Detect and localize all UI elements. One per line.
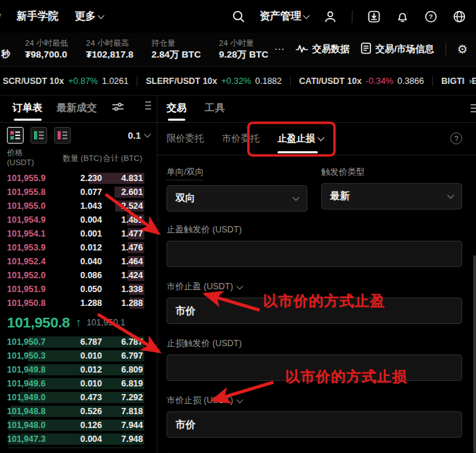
tpsl-form: 单向/双向 双向 触发价类型 最新 止盈触发价 (USDT) <box>158 155 476 453</box>
bid-row[interactable]: 101,947.30.0047.948 <box>0 432 157 446</box>
price-cell: 101,948.8 <box>7 407 46 416</box>
ask-row[interactable]: 101,952.00.0861.424 <box>0 268 157 282</box>
bid-row[interactable]: 101,948.00.1267.944 <box>0 418 157 432</box>
ask-row[interactable]: 101,954.90.0041.481 <box>0 213 157 227</box>
ask-row[interactable]: 101,950.81.2881.288 <box>0 296 157 310</box>
trading-data-link[interactable]: 交易数据 <box>296 43 350 55</box>
trade-menu-icon[interactable] <box>470 104 476 112</box>
ask-row[interactable]: 101,953.90.0121.476 <box>0 241 157 255</box>
direction-select[interactable]: 双向 <box>167 185 307 212</box>
layout-bids-only-icon[interactable] <box>31 127 47 144</box>
search-icon[interactable] <box>232 10 245 23</box>
sl-trigger-price-label: 止损触发价 (USDT) <box>167 338 241 350</box>
tab-market-order[interactable]: 市价委托 <box>222 133 260 145</box>
nav-item-more[interactable]: 更多 <box>75 10 103 23</box>
market-info-link[interactable]: 交易/市场信息 <box>361 42 434 56</box>
amount-cell: 2.230 <box>80 173 102 183</box>
stats-links: 交易数据 交易/市场信息 ⚙ <box>296 42 468 57</box>
orderbook-menu-icon[interactable] <box>145 101 151 110</box>
tab-trade[interactable]: 交易 <box>167 101 187 114</box>
total-cell: 4.831 <box>121 173 143 183</box>
amount-cell: 0.086 <box>80 271 102 280</box>
countdown-cut-label: 秒 <box>1 48 10 60</box>
orderbook-settings-sliders-icon[interactable] <box>112 101 124 115</box>
price-cell: 101,949.6 <box>7 379 46 388</box>
bid-row[interactable]: 101,950.30.0106.797 <box>0 349 157 363</box>
precision-dropdown[interactable]: 0.1 <box>128 130 150 141</box>
ask-row[interactable]: 101,955.01.0432.524 <box>0 199 157 213</box>
col-amount: 数量 (BTC) <box>62 153 102 164</box>
ticker-item[interactable]: SLERF/USDT 10x+0.32%0.1882 <box>146 76 282 86</box>
user-icon[interactable] <box>323 10 337 24</box>
total-cell: 6.797 <box>121 351 143 361</box>
total-cell: 1.424 <box>121 271 143 280</box>
sl-price-input[interactable] <box>167 411 462 438</box>
tab-tools[interactable]: 工具 <box>205 101 225 114</box>
chevron-down-icon <box>144 131 151 138</box>
ticker-item[interactable]: SCR/USDT 10x+0.87%1.0261 <box>3 76 128 86</box>
total-cell: 6.809 <box>121 365 143 375</box>
tp-price-input[interactable] <box>167 298 462 324</box>
price-cell: 101,950.7 <box>7 337 46 347</box>
tp-trigger-price-label: 止盈触发价 (USDT) <box>167 224 241 236</box>
amount-cell: 0.077 <box>80 187 102 197</box>
language-globe-icon[interactable] <box>452 10 466 24</box>
help-icon[interactable]: ? <box>424 10 438 24</box>
amount-cell: 1.043 <box>80 201 102 211</box>
more-stats-button[interactable]: ⋯ <box>274 43 285 55</box>
bid-row[interactable]: 101,949.00.4737.292 <box>0 391 157 404</box>
scrollbar-thumb[interactable] <box>473 255 476 453</box>
bid-row[interactable]: 101,949.80.0126.809 <box>0 363 157 377</box>
ask-row[interactable]: 101,955.80.0772.601 <box>0 185 157 199</box>
ask-row[interactable]: 101,955.92.2304.831 <box>0 171 157 185</box>
bid-row[interactable]: 101,950.76.7876.787 <box>0 335 157 349</box>
layout-both-sides-icon[interactable] <box>7 127 24 144</box>
stat-item: 持仓量2.84万 BTC <box>151 38 201 60</box>
notifications-bell-icon[interactable] <box>396 10 409 24</box>
depth-bar <box>8 447 144 448</box>
layout-asks-only-icon[interactable] <box>54 127 71 144</box>
ask-row[interactable]: 101,954.10.0011.477 <box>0 227 157 241</box>
tab-recent-trades[interactable]: 最新成交 <box>57 101 97 114</box>
total-cell: 6.787 <box>121 337 143 347</box>
hot-pairs-ticker-bar: SCR/USDT 10x+0.87%1.0261SLERF/USDT 10x+0… <box>0 67 476 96</box>
stat-value: ₮102,817.8 <box>86 49 133 60</box>
settings-gear-icon[interactable]: ⚙ <box>457 42 468 57</box>
stat-item: 24 小时最低₮98,700.0 <box>25 38 68 60</box>
price-cell: 101,951.9 <box>7 284 46 294</box>
amount-cell: 0.010 <box>80 351 102 361</box>
bid-row[interactable]: 101,949.60.0106.819 <box>0 377 157 391</box>
navbar-right: 资产管理 ? <box>232 0 466 33</box>
ask-row[interactable]: 101,951.90.0501.338 <box>0 282 157 296</box>
tp-trigger-price-input[interactable] <box>167 241 462 267</box>
ticker-item[interactable]: CATI/USDT 10x-0.34%0.3866 <box>299 76 424 86</box>
amount-cell: 0.004 <box>80 215 102 225</box>
price-cell: 101,954.9 <box>7 215 46 225</box>
ask-row[interactable]: 101,952.40.0401.464 <box>0 255 157 268</box>
tab-orderbook[interactable]: 订单表 <box>12 101 43 114</box>
bid-row[interactable]: 101,948.80.5267.818 <box>0 404 157 418</box>
trade-header: 交易 工具 <box>158 96 476 123</box>
stat-value: ₮98,700.0 <box>25 49 68 60</box>
total-cell: 2.524 <box>121 201 143 211</box>
chevron-down-icon <box>318 135 325 142</box>
download-app-icon[interactable] <box>367 10 381 24</box>
cutoff-chevron-icon: ∨ <box>0 11 2 21</box>
total-cell: 6.819 <box>121 379 143 388</box>
price-cell: 101,954.1 <box>7 229 46 239</box>
ticker-divider <box>290 76 291 86</box>
ticker-divider <box>432 76 433 86</box>
total-cell: 1.477 <box>121 229 143 239</box>
last-price-row[interactable]: 101,950.8 ↑ 101,950.1 <box>0 310 157 335</box>
tab-limit-order[interactable]: 限价委托 <box>167 133 204 145</box>
price-cell: 101,950.3 <box>7 351 46 361</box>
trigger-type-select[interactable]: 最新 <box>321 183 462 210</box>
order-help-icon[interactable]: ? <box>450 133 462 144</box>
sl-trigger-price-input[interactable] <box>167 354 462 381</box>
tab-tpsl-order[interactable]: 止盈止损 <box>278 133 323 145</box>
orderbook-column-headers: 价格(USDT) 数量 (BTC) 合计 (BTC) <box>0 148 157 171</box>
stat-label: 24 小时最低 <box>25 38 68 49</box>
nav-item-assets[interactable]: 资产管理 <box>260 10 309 23</box>
ticker-next-arrow[interactable]: › <box>465 76 472 86</box>
nav-item-academy[interactable]: 新手学院 <box>17 10 58 23</box>
